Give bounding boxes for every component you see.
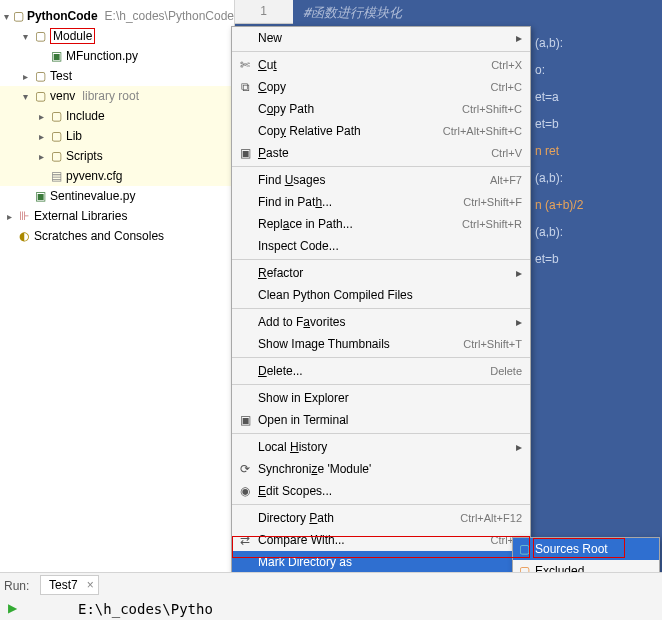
tree-venv[interactable]: ▾ ▢ venv library root — [0, 86, 234, 106]
python-file-icon: ▣ — [33, 189, 47, 203]
folder-icon: ▢ — [33, 69, 47, 83]
menu-copy[interactable]: ⧉CopyCtrl+C — [232, 76, 530, 98]
tree-lib[interactable]: ▸ ▢ Lib — [0, 126, 234, 146]
code-area: (a,b): o: et=a et=b n ret (a,b): n (a+b)… — [535, 30, 583, 273]
play-icon[interactable]: ▶ — [8, 601, 17, 615]
menu-add-favorites[interactable]: Add to Favorites▸ — [232, 311, 530, 333]
scratch-icon: ◐ — [17, 229, 31, 243]
menu-show-explorer[interactable]: Show in Explorer — [232, 387, 530, 409]
project-path: E:\h_codes\PythonCode — [105, 9, 234, 23]
folder-icon: ▢ — [49, 109, 63, 123]
sync-icon: ⟳ — [238, 462, 252, 476]
folder-icon: ▢ — [49, 149, 63, 163]
menu-inspect-code[interactable]: Inspect Code... — [232, 235, 530, 257]
menu-compare-with[interactable]: ⇄Compare With...Ctrl+D — [232, 529, 530, 551]
project-name: PythonCode — [27, 9, 98, 23]
expand-icon[interactable]: ▾ — [20, 91, 30, 102]
menu-paste[interactable]: ▣PasteCtrl+V — [232, 142, 530, 164]
menu-clean-python[interactable]: Clean Python Compiled Files — [232, 284, 530, 306]
tree-test[interactable]: ▸ ▢ Test — [0, 66, 234, 86]
menu-synchronize[interactable]: ⟳Synchronize 'Module' — [232, 458, 530, 480]
expand-icon[interactable]: ▸ — [36, 111, 46, 122]
menu-replace-in-path[interactable]: Replace in Path...Ctrl+Shift+R — [232, 213, 530, 235]
chevron-right-icon: ▸ — [516, 31, 522, 45]
expand-icon[interactable]: ▾ — [20, 31, 30, 42]
expand-icon[interactable]: ▸ — [20, 71, 30, 82]
submenu-sources-root[interactable]: ▢Sources Root — [513, 538, 659, 560]
expand-icon[interactable]: ▸ — [4, 211, 14, 222]
menu-refactor[interactable]: Refactor▸ — [232, 262, 530, 284]
tree-sentine[interactable]: ▣ Sentinevalue.py — [0, 186, 234, 206]
library-icon: ⊪ — [17, 209, 31, 223]
expand-icon[interactable]: ▸ — [36, 151, 46, 162]
folder-icon: ▢ — [517, 542, 531, 556]
menu-copy-path[interactable]: Copy PathCtrl+Shift+C — [232, 98, 530, 120]
tree-external-libs[interactable]: ▸ ⊪ External Libraries — [0, 206, 234, 226]
run-label: Run: — [4, 579, 29, 593]
menu-find-in-path[interactable]: Find in Path...Ctrl+Shift+F — [232, 191, 530, 213]
menu-open-terminal[interactable]: ▣Open in Terminal — [232, 409, 530, 431]
project-tree[interactable]: ▾ ▢ PythonCode E:\h_codes\PythonCode ▾ ▢… — [0, 0, 235, 620]
chevron-right-icon: ▸ — [516, 440, 522, 454]
chevron-right-icon: ▸ — [516, 315, 522, 329]
compare-icon: ⇄ — [238, 533, 252, 547]
menu-delete[interactable]: Delete...Delete — [232, 360, 530, 382]
folder-icon: ▢ — [49, 129, 63, 143]
module-label: Module — [50, 28, 95, 44]
editor-text: #函数进行模块化 — [303, 4, 402, 22]
paste-icon: ▣ — [238, 146, 252, 160]
menu-edit-scopes[interactable]: ◉Edit Scopes... — [232, 480, 530, 502]
tree-scripts[interactable]: ▸ ▢ Scripts — [0, 146, 234, 166]
expand-icon[interactable]: ▸ — [36, 131, 46, 142]
run-path: E:\h_codes\Pytho — [78, 601, 213, 617]
tree-pyvenv[interactable]: ▤ pyvenv.cfg — [0, 166, 234, 186]
folder-icon: ▢ — [33, 89, 47, 103]
copy-icon: ⧉ — [238, 80, 252, 94]
close-icon[interactable]: × — [87, 578, 94, 592]
cut-icon: ✄ — [238, 58, 252, 72]
run-panel: Run: Test7 × ▶ E:\h_codes\Pytho — [0, 572, 662, 620]
terminal-icon: ▣ — [238, 413, 252, 427]
run-tab[interactable]: Test7 × — [40, 575, 99, 595]
file-icon: ▤ — [49, 169, 63, 183]
tree-include[interactable]: ▸ ▢ Include — [0, 106, 234, 126]
tree-module[interactable]: ▾ ▢ Module — [0, 26, 234, 46]
menu-cut[interactable]: ✄CutCtrl+X — [232, 54, 530, 76]
menu-local-history[interactable]: Local History▸ — [232, 436, 530, 458]
tree-project-root[interactable]: ▾ ▢ PythonCode E:\h_codes\PythonCode — [0, 6, 234, 26]
menu-new[interactable]: New▸ — [232, 27, 530, 49]
expand-icon[interactable]: ▾ — [4, 11, 10, 22]
python-file-icon: ▣ — [49, 49, 63, 63]
menu-copy-rel-path[interactable]: Copy Relative PathCtrl+Alt+Shift+C — [232, 120, 530, 142]
menu-mark-directory-as[interactable]: Mark Directory as▸ — [232, 551, 530, 573]
chevron-right-icon: ▸ — [516, 266, 522, 280]
menu-show-thumbnails[interactable]: Show Image ThumbnailsCtrl+Shift+T — [232, 333, 530, 355]
tree-scratches[interactable]: ◐ Scratches and Consoles — [0, 226, 234, 246]
scopes-icon: ◉ — [238, 484, 252, 498]
folder-icon: ▢ — [33, 29, 47, 43]
menu-find-usages[interactable]: Find UsagesAlt+F7 — [232, 169, 530, 191]
menu-directory-path[interactable]: Directory PathCtrl+Alt+F12 — [232, 507, 530, 529]
line-number: 1 — [235, 0, 293, 24]
context-menu[interactable]: New▸ ✄CutCtrl+X ⧉CopyCtrl+C Copy PathCtr… — [231, 26, 531, 620]
folder-icon: ▢ — [13, 9, 24, 23]
tree-mfunction[interactable]: ▣ MFunction.py — [0, 46, 234, 66]
